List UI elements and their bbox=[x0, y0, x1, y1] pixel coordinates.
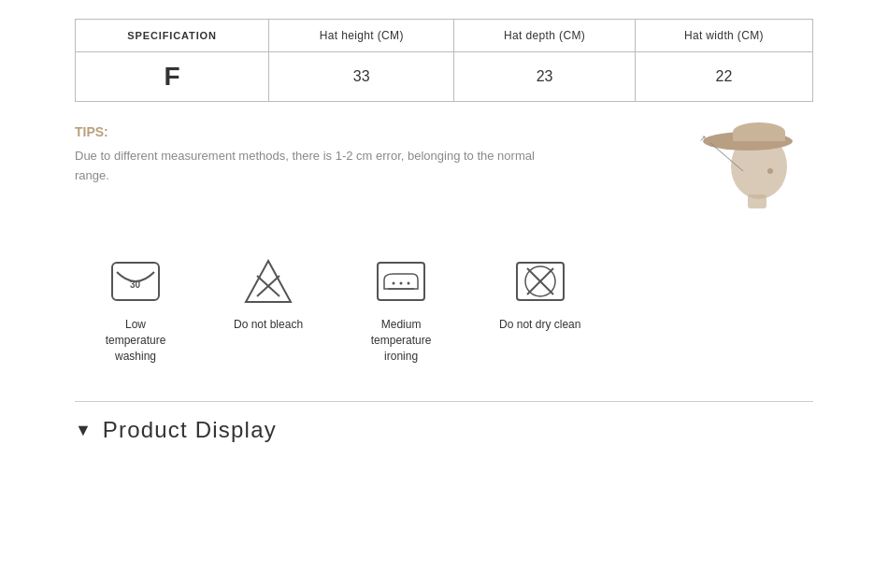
product-display-title: Product Display bbox=[103, 417, 277, 443]
svg-rect-5 bbox=[748, 194, 766, 208]
svg-text:↗: ↗ bbox=[699, 134, 707, 143]
svg-point-17 bbox=[408, 282, 410, 285]
iron-label: Medium temperatureironing bbox=[359, 317, 443, 364]
tips-label: TIPS: bbox=[75, 124, 673, 139]
spec-row-size: F bbox=[76, 52, 269, 102]
spec-header-height: Hat height (CM) bbox=[269, 20, 454, 52]
tips-body: Due to different measurement methods, th… bbox=[75, 147, 561, 186]
product-display-arrow-icon: ▼ bbox=[75, 421, 92, 440]
svg-point-4 bbox=[767, 168, 773, 174]
spec-header-depth: Hat depth (CM) bbox=[454, 20, 635, 52]
spec-table: SPECIFICATION Hat height (CM) Hat depth … bbox=[75, 19, 813, 102]
iron-icon bbox=[375, 255, 427, 308]
care-item-bleach: Do not bleach bbox=[234, 255, 303, 364]
svg-marker-10 bbox=[246, 261, 291, 302]
care-item-iron: Medium temperatureironing bbox=[359, 255, 443, 364]
tips-text: TIPS: Due to different measurement metho… bbox=[75, 124, 673, 186]
bleach-label: Do not bleach bbox=[234, 317, 303, 333]
wash-label: Low temperaturewashing bbox=[93, 317, 178, 364]
care-section: 30 Low temperaturewashing Do not bleach bbox=[75, 255, 813, 364]
svg-text:30: 30 bbox=[130, 280, 141, 290]
tips-section: TIPS: Due to different measurement metho… bbox=[75, 124, 813, 227]
bleach-icon bbox=[242, 255, 294, 308]
care-item-dryclean: Do not dry clean bbox=[499, 255, 580, 364]
spec-row-depth: 23 bbox=[454, 52, 635, 102]
svg-rect-3 bbox=[733, 132, 785, 141]
svg-point-15 bbox=[393, 282, 395, 285]
care-item-wash: 30 Low temperaturewashing bbox=[93, 255, 178, 364]
spec-row-width: 22 bbox=[635, 52, 812, 102]
wash-icon: 30 bbox=[109, 255, 162, 308]
dryclean-icon bbox=[514, 255, 566, 308]
spec-header-spec: SPECIFICATION bbox=[76, 20, 269, 52]
spec-header-width: Hat width (CM) bbox=[635, 20, 812, 52]
hat-illustration: ↗ bbox=[692, 115, 813, 227]
spec-row-height: 33 bbox=[269, 52, 454, 102]
product-display-section: ▼ Product Display bbox=[75, 401, 813, 443]
dryclean-label: Do not dry clean bbox=[499, 317, 580, 333]
svg-point-16 bbox=[400, 282, 403, 285]
page-wrapper: SPECIFICATION Hat height (CM) Hat depth … bbox=[0, 0, 888, 462]
